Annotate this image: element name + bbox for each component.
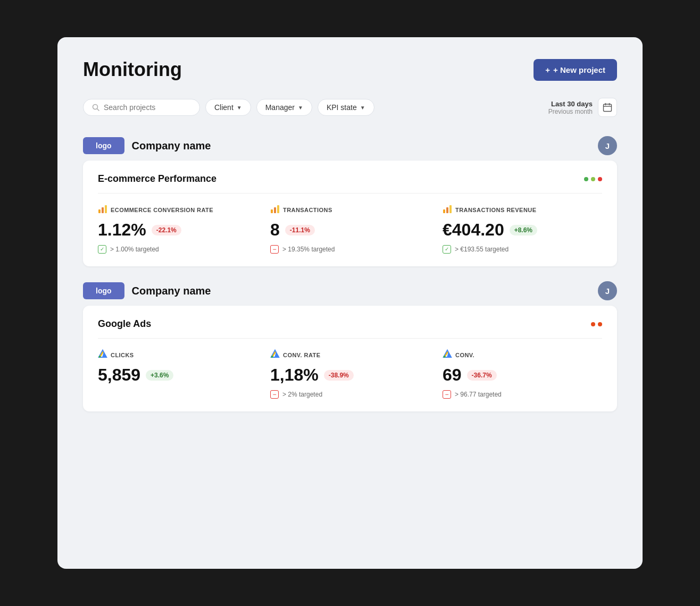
kpi-icon <box>270 349 280 361</box>
kpi-item-2: TRANSACTIONS REVENUE €404.20 +8.6% > €19… <box>443 204 602 254</box>
kpi-value-row: 69 -36.7% <box>443 365 602 385</box>
client-filter-label: Client <box>214 103 234 112</box>
new-project-button[interactable]: + + New project <box>534 59 617 81</box>
kpi-icon <box>98 349 107 361</box>
company-header-left-0: logo Company name <box>83 137 211 154</box>
svg-rect-8 <box>105 205 107 213</box>
kpi-item-1: TRANSACTIONS 8 -11.1% > 19.35% targeted <box>270 204 430 254</box>
kpi-label-row: CONV. RATE <box>270 349 430 361</box>
svg-rect-14 <box>449 205 452 213</box>
project-card-0-0: E-commerce Performance ECOMMERCE CONVERS… <box>83 161 617 266</box>
calendar-icon <box>603 103 612 112</box>
search-input[interactable] <box>104 103 189 112</box>
kpi-value-row: 5,859 +3.6% <box>98 365 257 385</box>
kpi-badge: -38.9% <box>324 370 354 381</box>
project-card-header: E-commerce Performance <box>98 173 602 193</box>
target-text: > 1.00% targeted <box>110 246 159 253</box>
svg-rect-12 <box>443 209 445 213</box>
bar-chart-icon <box>443 204 452 214</box>
kpi-value-row: 8 -11.1% <box>270 220 430 240</box>
date-line2: Previous month <box>548 108 593 115</box>
kpi-icon <box>443 349 452 361</box>
svg-point-17 <box>99 356 101 358</box>
search-icon <box>92 104 99 111</box>
google-ads-icon <box>98 349 107 359</box>
svg-point-20 <box>271 356 273 358</box>
kpi-label: CONV. <box>455 352 474 358</box>
kpi-target-row: > 96.77 targeted <box>443 390 602 399</box>
kpi-value: 1.12% <box>98 220 146 240</box>
dots-menu[interactable] <box>584 177 602 181</box>
kpi-target-row: > 1.00% targeted <box>98 245 257 254</box>
status-dot <box>598 322 602 326</box>
target-check-icon <box>98 245 106 254</box>
calendar-button[interactable] <box>598 98 617 117</box>
company-name-0: Company name <box>132 140 211 152</box>
project-card-1-0: Google Ads CLICKS 5,859 +3.6% <box>83 306 617 411</box>
company-header-left-1: logo Company name <box>83 282 211 299</box>
kpi-target-row: > 19.35% targeted <box>270 245 430 254</box>
google-ads-icon <box>443 349 452 359</box>
kpi-icon <box>270 204 280 216</box>
kpi-item-0: ECOMMERCE CONVERSION RATE 1.12% -22.1% >… <box>98 204 257 254</box>
kpi-label-row: TRANSACTIONS <box>270 204 430 216</box>
company-logo-0: logo <box>83 137 124 154</box>
svg-rect-7 <box>102 207 104 213</box>
kpi-badge: +8.6% <box>510 225 537 235</box>
dots-menu[interactable] <box>591 322 602 326</box>
project-name: E-commerce Performance <box>98 173 216 184</box>
kpi-icon <box>443 204 452 216</box>
bar-chart-icon <box>98 204 107 214</box>
kpi-target-row: > 2% targeted <box>270 390 430 399</box>
kpi-label-row: TRANSACTIONS REVENUE <box>443 204 602 216</box>
kpi-row: ECOMMERCE CONVERSION RATE 1.12% -22.1% >… <box>98 204 602 254</box>
status-dot <box>591 322 595 326</box>
project-name: Google Ads <box>98 318 151 330</box>
company-logo-1: logo <box>83 282 124 299</box>
manager-filter-label: Manager <box>265 103 295 112</box>
kpi-badge: -36.7% <box>467 370 497 381</box>
target-check-icon <box>443 245 451 254</box>
kpi-item-0: CLICKS 5,859 +3.6% <box>98 349 257 399</box>
bar-chart-icon <box>270 204 280 214</box>
filters-row: Client ▼ Manager ▼ KPI state ▼ Last 30 d… <box>83 98 617 117</box>
kpi-item-1: CONV. RATE 1,18% -38.9% > 2% targeted <box>270 349 430 399</box>
kpi-label-row: CLICKS <box>98 349 257 361</box>
target-text: > 2% targeted <box>282 391 322 398</box>
kpi-label: TRANSACTIONS REVENUE <box>455 207 536 213</box>
kpi-value: 5,859 <box>98 365 140 385</box>
kpi-label-row: CONV. <box>443 349 602 361</box>
kpi-label: CONV. RATE <box>283 352 320 358</box>
kpi-item-2: CONV. 69 -36.7% > 96.77 targeted <box>443 349 602 399</box>
kpi-value-row: 1.12% -22.1% <box>98 220 257 240</box>
kpi-label: TRANSACTIONS <box>283 207 332 213</box>
target-text: > €193.55 targeted <box>455 246 509 253</box>
target-text: > 96.77 targeted <box>455 391 502 398</box>
new-project-label: + New project <box>553 65 605 74</box>
target-minus-icon <box>443 390 451 399</box>
target-minus-icon <box>270 245 279 254</box>
svg-rect-2 <box>604 104 612 112</box>
app-container: Monitoring + + New project Client ▼ Mana… <box>57 37 643 569</box>
chevron-down-icon: ▼ <box>237 105 242 111</box>
date-line1: Last 30 days <box>548 100 593 108</box>
kpi-state-filter-label: KPI state <box>327 103 357 112</box>
svg-rect-6 <box>98 209 101 213</box>
target-minus-icon <box>270 390 279 399</box>
kpi-value: €404.20 <box>443 220 504 240</box>
kpi-icon <box>98 204 107 216</box>
kpi-state-filter-button[interactable]: KPI state ▼ <box>318 99 374 116</box>
company-header-1: logo Company name J <box>83 281 617 300</box>
status-dot <box>584 177 588 181</box>
google-ads-icon <box>270 349 280 359</box>
kpi-label-row: ECOMMERCE CONVERSION RATE <box>98 204 257 216</box>
svg-rect-11 <box>277 205 279 213</box>
client-filter-button[interactable]: Client ▼ <box>205 99 251 116</box>
company-name-1: Company name <box>132 285 211 297</box>
kpi-value: 1,18% <box>270 365 319 385</box>
date-text: Last 30 days Previous month <box>548 100 593 115</box>
kpi-badge: -22.1% <box>152 225 181 235</box>
manager-filter-button[interactable]: Manager ▼ <box>256 99 312 116</box>
kpi-label: ECOMMERCE CONVERSION RATE <box>111 207 213 213</box>
kpi-value-row: 1,18% -38.9% <box>270 365 430 385</box>
